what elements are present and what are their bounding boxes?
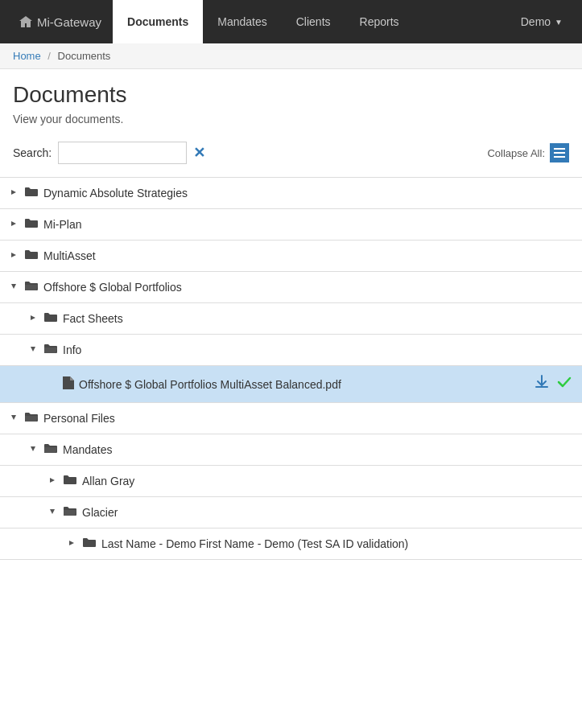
breadcrumb: Home / Documents <box>0 43 582 69</box>
row-label: Glacier <box>82 506 572 519</box>
toggle-icon <box>29 344 39 356</box>
row-label: Mi-Plan <box>43 218 572 231</box>
tree-row-lastname-demo[interactable]: Last Name - Demo First Name - Demo (Test… <box>0 529 582 560</box>
folder-icon <box>82 537 97 551</box>
toggle-icon <box>10 282 19 293</box>
collapse-all-section: Collapse All: <box>487 143 569 162</box>
svg-marker-7 <box>31 315 35 320</box>
search-input[interactable] <box>58 142 187 164</box>
nav-item-documents[interactable]: Documents <box>113 0 203 43</box>
folder-icon <box>24 280 39 294</box>
toggle-icon <box>29 444 39 455</box>
svg-marker-13 <box>69 541 74 545</box>
svg-marker-4 <box>11 221 16 226</box>
row-label: Info <box>63 343 572 356</box>
folder-icon <box>24 249 39 263</box>
row-label: Last Name - Demo First Name - Demo (Test… <box>101 537 572 550</box>
tree-row-miplan[interactable]: Mi-Plan <box>0 209 582 241</box>
document-tree: Dynamic Absolute Strategies Mi-Plan Mult… <box>0 177 582 560</box>
folder-icon <box>63 505 77 520</box>
toggle-icon <box>29 313 39 324</box>
toggle-icon <box>10 413 19 424</box>
svg-marker-10 <box>31 446 35 451</box>
file-icon <box>63 376 74 392</box>
row-label: Offshore $ Global Portfolios <box>43 281 572 294</box>
toggle-icon <box>68 538 77 549</box>
search-label: Search: <box>13 146 52 159</box>
breadcrumb-home[interactable]: Home <box>13 50 41 62</box>
svg-marker-11 <box>50 478 55 483</box>
svg-marker-12 <box>50 509 55 514</box>
check-icon <box>556 374 572 394</box>
tree-row-glacier[interactable]: Glacier <box>0 497 582 529</box>
folder-icon <box>24 217 39 232</box>
toggle-icon <box>10 219 19 230</box>
file-icon <box>63 376 74 389</box>
row-label: Dynamic Absolute Strategies <box>43 187 572 199</box>
folder-icon <box>43 442 58 457</box>
tree-row-allangray[interactable]: Allan Gray <box>0 466 582 497</box>
folder-icon <box>24 411 39 426</box>
row-label: Offshore $ Global Portfolios MultiAsset … <box>79 378 529 391</box>
toggle-icon <box>48 507 58 518</box>
svg-marker-5 <box>11 253 16 257</box>
nav-user-menu[interactable]: Demo ▼ <box>510 15 574 28</box>
tree-row-personal[interactable]: Personal Files <box>0 403 582 434</box>
nav-bar: Mi-Gateway Documents Mandates Clients Re… <box>0 0 582 43</box>
chevron-down-icon: ▼ <box>555 18 563 27</box>
svg-rect-0 <box>554 148 565 150</box>
toggle-icon <box>10 187 19 199</box>
nav-item-mandates[interactable]: Mandates <box>203 0 281 43</box>
folder-icon <box>43 343 58 357</box>
tree-row-dynamic[interactable]: Dynamic Absolute Strategies <box>0 178 582 209</box>
home-icon <box>19 16 32 27</box>
svg-rect-2 <box>554 156 565 158</box>
collapse-icon <box>554 148 565 158</box>
svg-marker-9 <box>11 415 16 420</box>
toggle-icon <box>48 475 58 487</box>
search-clear-button[interactable]: ✕ <box>193 144 205 162</box>
folder-icon <box>24 186 39 200</box>
svg-marker-8 <box>31 347 35 352</box>
row-label: MultiAsset <box>43 249 572 262</box>
row-label: Allan Gray <box>82 475 572 487</box>
page-subtitle: View your documents. <box>13 113 569 125</box>
nav-brand[interactable]: Mi-Gateway <box>8 15 113 29</box>
tree-row-info[interactable]: Info <box>0 335 582 366</box>
nav-item-clients[interactable]: Clients <box>282 0 345 43</box>
tree-row-factsheets[interactable]: Fact Sheets <box>0 303 582 335</box>
row-action-icons <box>534 374 572 394</box>
nav-item-reports[interactable]: Reports <box>345 0 414 43</box>
collapse-all-label: Collapse All: <box>487 147 545 159</box>
search-bar: Search: ✕ Collapse All: <box>13 142 569 164</box>
folder-icon <box>43 311 58 326</box>
folder-icon <box>63 474 77 488</box>
download-icon[interactable] <box>534 374 550 394</box>
row-label: Mandates <box>63 443 572 456</box>
tree-row-mandates-folder[interactable]: Mandates <box>0 434 582 466</box>
tree-row-offshore-file[interactable]: Offshore $ Global Portfolios MultiAsset … <box>0 366 582 403</box>
toggle-icon <box>10 250 19 261</box>
brand-label: Mi-Gateway <box>37 15 101 29</box>
row-label: Personal Files <box>43 412 572 425</box>
svg-marker-6 <box>11 284 16 289</box>
collapse-all-button[interactable] <box>550 143 569 162</box>
svg-rect-1 <box>554 152 565 154</box>
tree-row-offshore[interactable]: Offshore $ Global Portfolios <box>0 272 582 303</box>
row-label: Fact Sheets <box>63 312 572 325</box>
page-title: Documents <box>13 82 569 108</box>
svg-marker-3 <box>11 190 16 195</box>
tree-row-multiasset[interactable]: MultiAsset <box>0 241 582 272</box>
